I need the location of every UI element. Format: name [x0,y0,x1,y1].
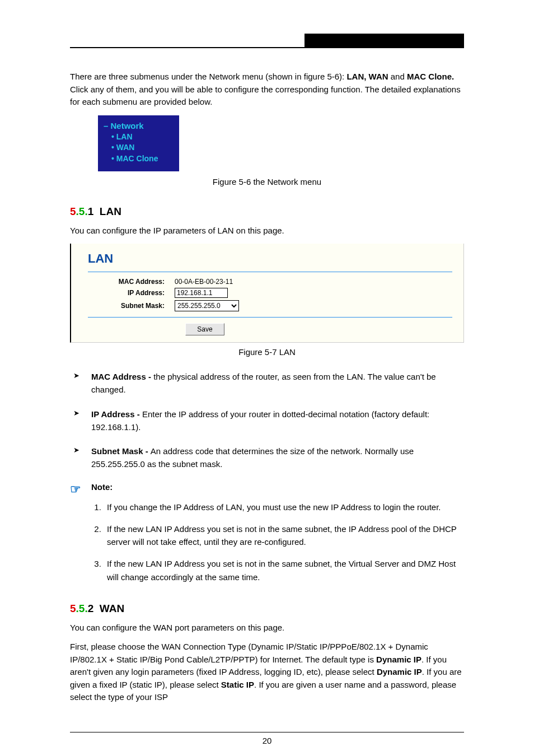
text: There are three submenus under the Netwo… [70,72,304,81]
mac-value: 00-0A-EB-00-23-11 [175,278,233,286]
subnet-mask-select[interactable]: 255.255.255.0 [175,300,239,311]
bullet-label: Subnet Mask - [91,446,151,456]
nav-network: – Network [104,120,174,132]
save-button[interactable]: Save [185,323,224,335]
nav-mac-clone: • MAC Clone [111,153,174,165]
bullet-list: MAC Address - the physical address of th… [70,370,464,471]
pointing-hand-icon: ☞ [70,482,81,497]
submenu-names: LAN, WAN [346,72,388,81]
note-block: ☞ Note: If you change the IP Address of … [70,482,464,584]
lan-title: LAN [88,251,452,266]
section-5-5-2-title: 5.5.2 WAN [70,603,464,615]
submenu-mac: MAC Clone. [407,72,454,81]
nav-wan: • WAN [111,142,174,153]
page-header [70,34,464,48]
note-list: If you change the IP Address of LAN, you… [91,501,464,584]
note-item: If the new LAN IP Address you set is not… [104,557,464,584]
subnet-label: Subnet Mask: [88,302,175,310]
bullet-ip: IP Address - Enter the IP address of you… [70,408,464,434]
dynamic-ip-bold-2: Dynamic IP [377,667,422,676]
footer-divider [70,732,464,732]
nav-lan: • LAN [111,132,174,143]
text: Click any of them, and you will be able … [70,85,461,107]
header-black-block [305,34,464,47]
mac-row: MAC Address: 00-0A-EB-00-23-11 [88,278,452,286]
dynamic-ip-bold: Dynamic IP [376,655,421,664]
note-item: If you change the IP Address of LAN, you… [104,501,464,514]
figure-ref: figure 5-6 [304,72,339,81]
static-ip-bold: Static IP [221,680,254,689]
lan-config-figure: LAN MAC Address: 00-0A-EB-00-23-11 IP Ad… [70,244,464,343]
bullet-text: Enter the IP address of your router in d… [91,409,429,432]
bullet-label: MAC Address - [91,372,153,381]
subnet-row: Subnet Mask: 255.255.255.0 [88,300,452,311]
divider [88,317,452,318]
text: ): [339,72,346,81]
intro-paragraph: There are three submenus under the Netwo… [70,71,464,109]
bullet-label: IP Address - [91,409,142,419]
bullet-subnet: Subnet Mask - An address code that deter… [70,445,464,471]
figure-5-6-caption: Figure 5-6 the Network menu [70,177,464,186]
divider [88,272,452,272]
ip-address-input[interactable] [175,288,228,298]
note-item: If the new LAN IP Address you set is not… [104,522,464,549]
text: and [388,72,407,81]
wan-intro: You can configure the WAN port parameter… [70,622,464,634]
ip-label: IP Address: [88,289,175,297]
note-title: Note: [91,482,113,492]
lan-intro: You can configure the IP parameters of L… [70,225,464,237]
wan-para2: First, please choose the WAN Connection … [70,641,464,704]
section-5-5-1-title: 5.5.1 LAN [70,206,464,218]
text: First, please choose the WAN Connection … [70,642,428,664]
figure-5-7-caption: Figure 5-7 LAN [70,347,464,357]
mac-label: MAC Address: [88,278,175,286]
page-number: 20 [70,736,464,745]
network-nav-figure: – Network • LAN • WAN • MAC Clone [98,115,179,171]
ip-row: IP Address: [88,288,452,298]
bullet-mac: MAC Address - the physical address of th… [70,370,464,396]
